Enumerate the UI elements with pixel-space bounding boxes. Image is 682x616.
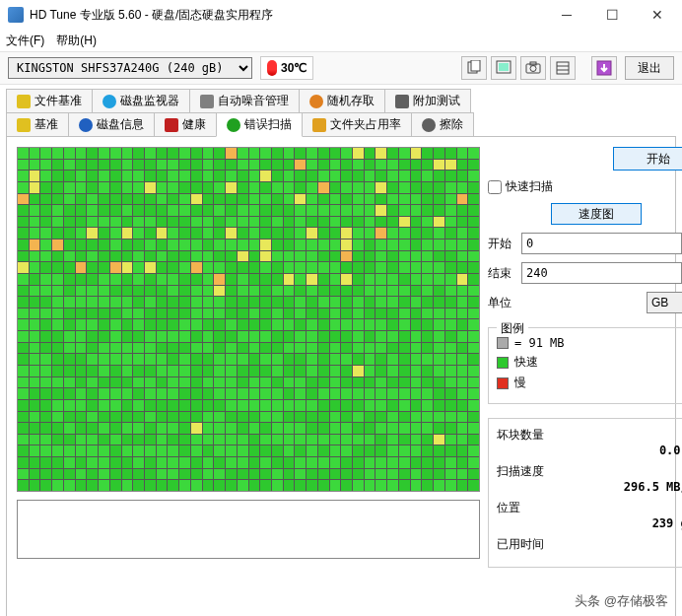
tab-磁盘监视器[interactable]: 磁盘监视器 (92, 89, 190, 112)
speed-value: 296.5 MB/s (497, 480, 682, 494)
tab-磁盘信息[interactable]: 磁盘信息 (68, 112, 155, 136)
options-button[interactable] (550, 56, 576, 80)
tab-label: 磁盘监视器 (120, 93, 179, 109)
copy-screenshot-button[interactable] (491, 56, 516, 80)
unit-label: 单位 (488, 295, 515, 311)
save-button[interactable] (591, 56, 617, 80)
speed-label: 扫描速度 (497, 463, 682, 480)
position-label: 位置 (497, 500, 682, 516)
tab-label: 基准 (34, 116, 58, 133)
tab-文件夹占用率[interactable]: 文件夹占用率 (302, 112, 412, 136)
start-scan-button[interactable]: 开始 (613, 147, 682, 171)
scan-block-map (17, 147, 480, 492)
tab-icon (395, 95, 409, 108)
tab-文件基准[interactable]: 文件基准 (6, 89, 93, 112)
svg-rect-3 (499, 63, 509, 71)
screenshot-button[interactable] (520, 56, 546, 80)
tab-自动噪音管理[interactable]: 自动噪音管理 (189, 89, 300, 112)
tab-随机存取[interactable]: 随机存取 (299, 89, 385, 112)
svg-point-5 (530, 66, 536, 72)
tab-icon (422, 118, 436, 132)
start-input[interactable] (521, 233, 682, 254)
damaged-label: 坏块数量 (497, 427, 682, 444)
drive-select[interactable]: KINGSTON SHFS37A240G (240 gB) (8, 57, 252, 79)
tab-健康[interactable]: 健康 (154, 112, 217, 136)
legend-fast-swatch (497, 357, 509, 369)
temperature-display: 30℃ (260, 56, 313, 80)
tab-icon (17, 118, 31, 132)
tab-icon (165, 118, 178, 132)
svg-rect-1 (471, 60, 480, 71)
tab-label: 文件夹占用率 (330, 116, 401, 133)
exit-button[interactable]: 退出 (625, 56, 674, 80)
tab-icon (309, 95, 323, 108)
menu-help[interactable]: 帮助(H) (56, 33, 97, 49)
app-icon (8, 7, 24, 23)
tab-基准[interactable]: 基准 (6, 112, 69, 136)
watermark: 头条 @存储极客 (575, 592, 668, 610)
legend-slow-swatch (497, 377, 509, 389)
tab-label: 自动噪音管理 (218, 93, 289, 109)
maximize-button[interactable]: ☐ (589, 0, 635, 30)
close-button[interactable]: ✕ (635, 0, 680, 30)
log-output (17, 500, 480, 559)
quick-scan-label: 快速扫描 (506, 178, 553, 195)
end-label: 结束 (488, 265, 515, 282)
tab-icon (227, 118, 240, 132)
thermometer-icon (267, 60, 277, 76)
menu-file[interactable]: 文件(F) (6, 33, 44, 49)
tab-擦除[interactable]: 擦除 (411, 112, 474, 136)
tab-label: 健康 (182, 116, 206, 133)
tab-icon (200, 95, 214, 108)
tab-icon (17, 95, 31, 108)
tab-附加测试[interactable]: 附加测试 (384, 89, 471, 112)
damaged-value: 0.0 % (497, 444, 682, 457)
unit-select[interactable]: GB (647, 292, 682, 313)
tab-label: 擦除 (440, 116, 463, 133)
tab-icon (102, 95, 116, 108)
copy-info-button[interactable] (461, 56, 487, 80)
legend-title: 图例 (497, 320, 528, 337)
position-value: 239 gB (497, 516, 682, 530)
tab-label: 磁盘信息 (97, 116, 144, 133)
tab-label: 随机存取 (327, 93, 375, 109)
legend-block-swatch (497, 337, 509, 349)
tab-label: 附加测试 (413, 93, 460, 109)
minimize-button[interactable]: ─ (544, 0, 589, 30)
tab-label: 文件基准 (34, 93, 82, 109)
tab-icon (312, 118, 326, 132)
tab-icon (79, 118, 93, 132)
svg-rect-7 (557, 62, 569, 74)
tab-label: 错误扫描 (244, 116, 292, 133)
elapsed-label: 已用时间 (497, 536, 682, 553)
window-title: HD Tune 专业版 5.60 - 硬盘/固态硬盘实用程序 (30, 7, 544, 24)
start-label: 开始 (488, 236, 515, 252)
quick-scan-checkbox[interactable] (488, 180, 502, 194)
speed-map-button[interactable]: 速度图 (551, 203, 642, 225)
tab-错误扫描[interactable]: 错误扫描 (216, 112, 303, 137)
end-input[interactable] (521, 262, 682, 284)
